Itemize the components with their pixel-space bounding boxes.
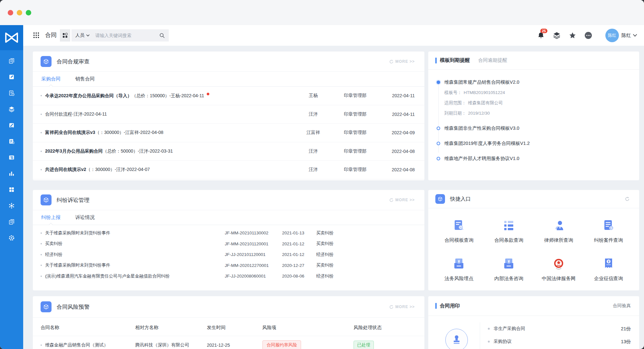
sidebar-nav <box>0 25 23 349</box>
more-options-icon[interactable] <box>584 31 592 40</box>
cube-icon <box>41 194 52 205</box>
search-icon[interactable] <box>159 33 165 38</box>
owner-cell: 汪洋 <box>296 167 331 173</box>
maximize-window-button[interactable] <box>26 10 31 15</box>
template-title[interactable]: 维森集团非生产性采购合同模板V3.0 <box>444 125 631 131</box>
tab-litigation-status[interactable]: 诉讼情况 <box>75 210 95 225</box>
dispute-name: (演示)维森通用汽车金融有限责任公司与卢金星金融借款合同纠纷 <box>45 273 170 279</box>
contract-row[interactable]: 富祥药业合同在线演示v3（：300000）-江富祥-2022-04-08 江富祥… <box>33 124 424 142</box>
copy-icon[interactable] <box>8 218 15 225</box>
contract-verify-link[interactable]: 合同验真 <box>613 303 631 309</box>
dispute-row[interactable]: (演示)维森通用汽车金融有限责任公司与卢金星金融借款合同纠纷 JF-JJ-202… <box>33 271 424 282</box>
quick-item-clause-search[interactable]: 合同条款查询 <box>484 218 534 243</box>
quick-item-china-legal-net[interactable]: 中国法律服务网 <box>534 256 584 282</box>
dispute-management-card: 纠纷诉讼管理 MORE >> 纠纷上报 诉讼情况 关于维森采购限时未到货纠纷事件… <box>33 190 424 290</box>
more-link[interactable]: MORE >> <box>389 305 415 309</box>
quick-item-label: 企业征信查询 <box>594 276 623 282</box>
contract-row[interactable]: 合同付款流程-汪洋-2022-04-11 汪洋 印章管理部 2022-04-11 <box>33 105 424 124</box>
user-menu-chevron-icon[interactable] <box>633 34 637 37</box>
tab-contract-overdue[interactable]: 合同逾期提醒 <box>478 57 507 63</box>
notification-count-badge: 25 <box>540 29 547 33</box>
refresh-icon <box>389 305 393 309</box>
col-status: 风险处理状态 <box>354 325 417 331</box>
doc-pending-icon[interactable] <box>8 90 15 97</box>
bullet-dot <box>41 114 42 115</box>
notifications-bell-icon[interactable]: 25 <box>537 32 545 39</box>
date-cell: 2022-04-11 <box>379 93 415 98</box>
quick-item-lawyer-search[interactable]: 律师律所查询 <box>534 218 584 243</box>
tab-dispute-report[interactable]: 纠纷上报 <box>41 210 61 225</box>
settings-icon[interactable] <box>8 234 15 241</box>
dispute-date: 2020-12-27 <box>282 263 316 268</box>
search-input[interactable] <box>95 33 159 38</box>
dispute-row[interactable]: 买卖纠纷 JF-MM-202101120001 2021-01-12 买卖纠纷 <box>33 239 424 250</box>
user-name[interactable]: 陈红 <box>621 33 631 39</box>
brand-logo[interactable] <box>0 25 23 50</box>
list-icon <box>501 218 516 233</box>
template-title[interactable]: 维森地产外部人才聘用服务协议V1.0 <box>444 156 631 162</box>
quick-item-template-search[interactable]: 合同模板查询 <box>434 218 484 243</box>
page-title: 合同 <box>45 31 57 39</box>
invoice-icon[interactable] <box>8 138 15 145</box>
edit-icon[interactable] <box>8 73 15 80</box>
bullet-dot <box>41 265 42 266</box>
contract-detail: （：300000）-汪洋-2022-04-07 <box>86 167 150 172</box>
favorites-star-icon[interactable] <box>569 32 576 39</box>
quick-item-dispute-case-search[interactable]: 纠纷案件查询 <box>583 218 633 243</box>
compliance-review-card: 合同合规审查 MORE >> 采购合同 销售合同 今承达2022年度办公用品采购… <box>33 52 424 180</box>
minimize-window-button[interactable] <box>17 10 22 15</box>
contract-row[interactable]: 今承达2022年度办公用品采购合同（导入）（总价：150000）-王杨-2022… <box>33 87 424 105</box>
quick-item-label: 法务风险埋点 <box>444 276 473 282</box>
user-avatar[interactable]: 陈红 <box>605 29 619 42</box>
apps-icon[interactable] <box>8 186 15 193</box>
quick-item-credit-search[interactable]: ¥ 企业征信查询 <box>583 256 633 282</box>
bar-chart-icon[interactable] <box>8 170 15 177</box>
timeline-dot <box>437 127 440 130</box>
cube-icon <box>41 56 52 67</box>
dispute-list: 关于维森采购限时未到货纠纷事件 JF-MM-202101130002 2021-… <box>33 225 424 282</box>
documents-icon[interactable] <box>8 57 15 64</box>
quick-item-internal-legal[interactable]: ¥ 内部法务咨询 <box>484 256 534 282</box>
contract-row[interactable]: 2022年3月办公用品采购合同（总价：50000）-汪洋-2022-03-31 … <box>33 142 424 161</box>
sign-contract-icon[interactable] <box>8 122 15 129</box>
detail-value: 2019/12/30 <box>468 111 490 116</box>
tab-label: 销售合同 <box>75 76 95 81</box>
bullet-dot <box>41 243 42 244</box>
seal-body: 非生产采购合同 21份 采购协议 13份 <box>428 316 639 349</box>
more-link[interactable]: MORE >> <box>389 59 415 64</box>
bullet-dot <box>488 341 490 343</box>
panel-title: 模板到期提醒 <box>440 57 470 64</box>
close-window-button[interactable] <box>8 10 13 15</box>
more-link[interactable]: MORE >> <box>389 198 415 202</box>
seal-count: 13份 <box>621 339 631 345</box>
template-title[interactable]: 维森集团2019年度人事劳务合同模板V1.2 <box>444 140 631 146</box>
contract-row[interactable]: 共进合同在线演示v2（：300000）-汪洋-2022-04-07 汪洋 印章管… <box>33 161 424 179</box>
layers-icon[interactable] <box>8 106 15 113</box>
hub-icon[interactable] <box>8 202 15 209</box>
seal-stats-list: 非生产采购合同 21份 采购协议 13份 <box>488 320 631 349</box>
doc-search-icon[interactable] <box>8 154 15 161</box>
dispute-row[interactable]: 关于维森采购限时未到货纠纷事件 JF-MM-202101130002 2021-… <box>33 228 424 239</box>
quick-item-legal-risk[interactable]: ¥ 法务风险埋点 <box>434 256 484 282</box>
panel-title: 快捷入口 <box>450 196 625 203</box>
layout-toggle-icon[interactable] <box>60 29 70 42</box>
dispute-row[interactable]: 经济纠纷 JF-JJ-202101120001 2021-01-12 经济纠纷 <box>33 249 424 260</box>
dispute-row[interactable]: 关于维森采购限时未到货纠纷事件 JF-MM-202012270001 2020-… <box>33 260 424 271</box>
tab-sales-contracts[interactable]: 销售合同 <box>75 72 95 86</box>
tab-purchase-contracts[interactable]: 采购合同 <box>41 72 61 86</box>
contract-name-cell: 共进合同在线演示v2（：300000）-汪洋-2022-04-07 <box>45 167 296 173</box>
card-title: 合同合规审查 <box>57 58 389 65</box>
card-header: 合同风险预警 MORE >> <box>33 296 424 318</box>
stack-icon[interactable] <box>553 32 561 39</box>
apps-grid-icon[interactable] <box>33 33 39 39</box>
seal-illustration <box>437 320 477 349</box>
search-field: 人员 <box>71 29 169 42</box>
risk-table-row[interactable]: 维森金融产品销售合同（测试） 腾讯科技（深圳）有限公司 2021-12-25 合… <box>33 336 424 349</box>
template-title[interactable]: 维森集团常规产品销售合同模板V2.0 <box>444 79 631 85</box>
risk-date: 2021-12-25 <box>207 343 262 348</box>
timeline-dot-filled <box>437 80 440 84</box>
detail-label: 模板号： <box>444 90 462 95</box>
refresh-icon[interactable] <box>625 197 630 201</box>
timeline-dot <box>437 142 440 145</box>
search-category-select[interactable]: 人员 <box>75 33 90 38</box>
